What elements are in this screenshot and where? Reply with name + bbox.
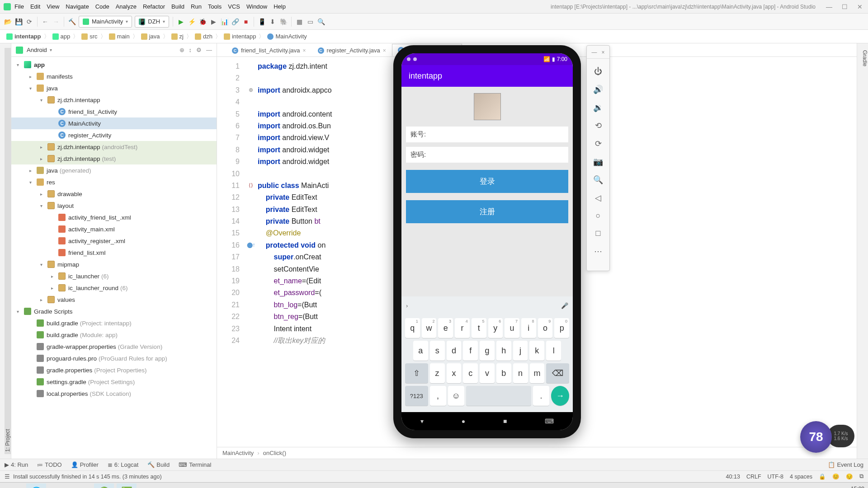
tw-gradle[interactable]: Gradle <box>862 48 868 454</box>
menu-refactor[interactable]: Refactor <box>143 3 165 10</box>
nav-home[interactable]: ● <box>462 418 465 425</box>
file-encoding[interactable]: UTF-8 <box>768 474 783 480</box>
key-z[interactable]: z <box>430 363 445 383</box>
key-m[interactable]: m <box>530 363 545 383</box>
apply-changes-icon[interactable]: ⚡ <box>188 18 196 26</box>
search-icon[interactable]: 🔍 <box>317 18 325 26</box>
emu-more-icon[interactable]: ⋯ <box>594 246 602 256</box>
menu-help[interactable]: Help <box>274 3 286 10</box>
emu-volume-down-icon[interactable]: 🔉 <box>593 103 603 113</box>
task-camera[interactable]: 📷 <box>71 483 91 488</box>
emu-rotate-left-icon[interactable]: ⟲ <box>595 121 602 131</box>
crumb-file[interactable]: MainActivity <box>264 33 309 40</box>
key-y[interactable]: y6 <box>488 318 503 338</box>
tw-terminal[interactable]: ⌨ Terminal <box>179 461 211 468</box>
key-e[interactable]: e3 <box>438 318 453 338</box>
hammer-icon[interactable]: 🔨 <box>68 18 76 26</box>
task-android-studio[interactable]: 🟢 <box>94 483 114 488</box>
emu-volume-up-icon[interactable]: 🔊 <box>593 84 603 94</box>
menu-view[interactable]: View <box>47 3 59 10</box>
crumb-pkg[interactable]: intentapp <box>221 33 259 40</box>
crumb-zj[interactable]: zj <box>169 33 186 40</box>
maximize-button[interactable]: ☐ <box>840 3 849 10</box>
key-v[interactable]: v <box>480 363 495 383</box>
emu-zoom-icon[interactable]: 🔍 <box>593 175 603 185</box>
key-period[interactable]: . <box>533 386 549 406</box>
android-nav-bar[interactable]: ▾ ● ■ ⌨ <box>401 412 573 430</box>
tw-run[interactable]: ▶ 4: Run <box>5 461 28 468</box>
emu-screenshot-icon[interactable]: 📷 <box>593 157 603 167</box>
windows-taskbar[interactable]: ⊞ 🌐 📁 📷 🟢 🟩 ^ 🔴 🛡 🔋 📶 🔊 英 🟠 15:002021/5/… <box>0 482 868 488</box>
tw-project[interactable]: 1: Project <box>5 48 11 454</box>
key-q[interactable]: q1 <box>405 318 420 338</box>
menu-file[interactable]: File <box>14 3 24 10</box>
face2-icon[interactable]: 😔 <box>846 473 853 480</box>
task-browser[interactable]: 🌐 <box>26 483 46 488</box>
key-shift[interactable]: ⇧ <box>405 363 428 383</box>
face1-icon[interactable]: 😊 <box>832 473 840 480</box>
key-u[interactable]: u7 <box>505 318 519 338</box>
key-t[interactable]: t5 <box>472 318 486 338</box>
run-icon[interactable]: ▶ <box>177 18 185 26</box>
emu-power-icon[interactable]: ⏻ <box>594 67 602 76</box>
avd-icon[interactable]: 📱 <box>258 18 266 26</box>
project-view-dropdown[interactable]: Android <box>27 47 176 53</box>
open-icon[interactable]: 📂 <box>4 18 12 26</box>
close-button[interactable]: ✕ <box>855 3 864 10</box>
key-s[interactable]: s <box>430 341 445 361</box>
accelerator-widget[interactable]: 78 <box>800 421 832 453</box>
emulator-window[interactable]: 📶▮7:00 intentapp 账号: 密码: 登录 注册 ›🎤 q1w2e3… <box>393 45 610 438</box>
key-h[interactable]: h <box>496 341 511 361</box>
menu-navigate[interactable]: Navigate <box>66 3 89 10</box>
forward-icon[interactable]: → <box>52 18 60 26</box>
tw-todo[interactable]: ≔ TODO <box>37 461 61 468</box>
tab-register[interactable]: Cregister_Activity.java× <box>312 44 392 56</box>
sync-icon[interactable]: ⟳ <box>25 18 33 26</box>
key-r[interactable]: r4 <box>455 318 470 338</box>
back-icon[interactable]: ← <box>41 18 49 26</box>
debug-icon[interactable]: 🐞 <box>198 18 207 26</box>
stop-icon[interactable]: ■ <box>242 18 250 26</box>
key-j[interactable]: j <box>513 341 528 361</box>
key-f[interactable]: f <box>463 341 478 361</box>
account-field[interactable]: 账号: <box>406 127 568 142</box>
emu-back-icon[interactable]: ◁ <box>595 193 601 203</box>
login-button[interactable]: 登录 <box>406 170 568 193</box>
tw-event-log[interactable]: 📋 Event Log <box>828 461 863 468</box>
key-b[interactable]: b <box>496 363 511 383</box>
soft-keyboard[interactable]: q1w2e3r4t5y6u7i8o9p0 asdfghjkl ⇧ zxcvbnm… <box>401 314 573 412</box>
mic-icon[interactable]: 🎤 <box>561 302 568 309</box>
key-l[interactable]: l <box>546 341 561 361</box>
key-enter[interactable]: → <box>551 386 569 406</box>
status-icon[interactable]: ☰ <box>5 473 10 480</box>
key-backspace[interactable]: ⌫ <box>546 363 569 383</box>
menu-vcs[interactable]: VCS <box>228 3 240 10</box>
taskbar-clock[interactable]: 15:002021/5/15 <box>840 486 864 488</box>
start-button[interactable]: ⊞ <box>4 483 24 488</box>
tw-profiler[interactable]: 👤 Profiler <box>71 461 99 468</box>
task-explorer[interactable]: 📁 <box>49 483 69 488</box>
profile-icon[interactable]: 📊 <box>220 18 228 26</box>
lock-icon[interactable]: 🔒 <box>819 473 826 480</box>
menu-analyze[interactable]: Analyze <box>116 3 137 10</box>
menu-run[interactable]: Run <box>191 3 202 10</box>
key-k[interactable]: k <box>529 341 544 361</box>
key-i[interactable]: i8 <box>521 318 536 338</box>
process-icon[interactable]: ⧉ <box>859 473 863 480</box>
key-a[interactable]: a <box>413 341 428 361</box>
select-opened-icon[interactable]: ⊕ <box>179 47 184 53</box>
key-g[interactable]: g <box>480 341 495 361</box>
nav-back[interactable]: ▾ <box>420 418 424 425</box>
key-d[interactable]: d <box>447 341 462 361</box>
minimize-button[interactable]: — <box>825 3 834 10</box>
emu-recent-icon[interactable]: □ <box>596 229 601 238</box>
register-button[interactable]: 注册 <box>406 200 568 223</box>
run-config-dropdown[interactable]: MainActivity <box>79 16 132 28</box>
menu-code[interactable]: Code <box>95 3 109 10</box>
project-tree[interactable]: ▾app ▸manifests ▾java ▾zj.dzh.intentapp … <box>11 57 217 459</box>
menu-build[interactable]: Build <box>171 3 184 10</box>
password-field[interactable]: 密码: <box>406 147 568 163</box>
crumb-dzh[interactable]: dzh <box>192 33 215 40</box>
system-tray[interactable]: ^ 🔴 🛡 🔋 📶 🔊 英 🟠 15:002021/5/15 <box>754 486 865 488</box>
tree-mainactivity[interactable]: MainActivity <box>11 117 217 129</box>
